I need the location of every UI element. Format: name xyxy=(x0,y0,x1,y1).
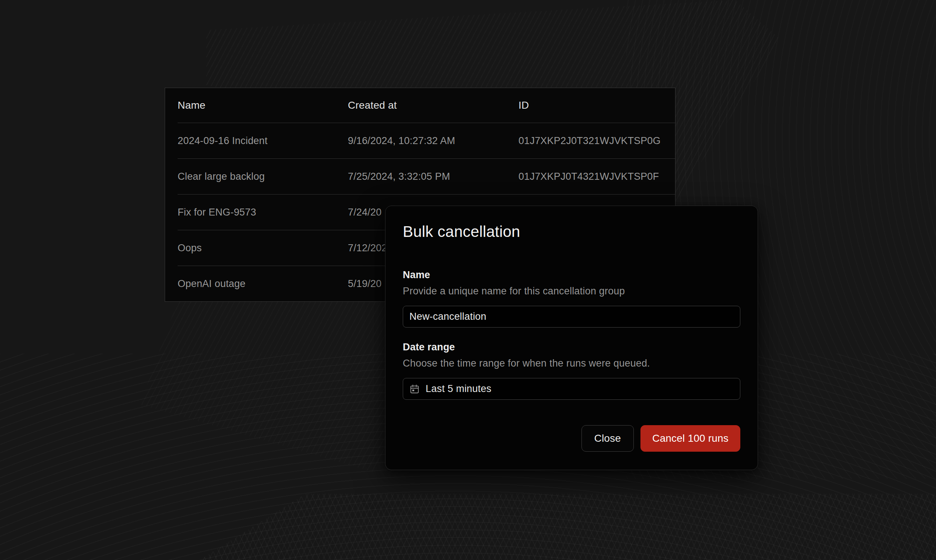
name-input[interactable] xyxy=(403,306,740,328)
column-header-name: Name xyxy=(178,100,348,111)
cell-created-at: 9/16/2024, 10:27:32 AM xyxy=(348,135,519,147)
cell-name: Oops xyxy=(178,242,348,254)
table-row[interactable]: 2024-09-16 Incident 9/16/2024, 10:27:32 … xyxy=(178,123,675,158)
date-range-field-label: Date range xyxy=(403,341,740,353)
date-range-picker[interactable]: Last 5 minutes xyxy=(403,378,740,400)
name-field-description: Provide a unique name for this cancellat… xyxy=(403,285,740,297)
column-header-created-at: Created at xyxy=(348,100,519,111)
bg-crosshatch-pattern xyxy=(177,494,936,560)
modal-title: Bulk cancellation xyxy=(403,222,740,241)
cell-created-at: 7/25/2024, 3:32:05 PM xyxy=(348,171,519,182)
date-range-value: Last 5 minutes xyxy=(426,383,491,395)
page-background: Name Created at ID 2024-09-16 Incident 9… xyxy=(0,0,936,560)
name-field-label: Name xyxy=(403,269,740,281)
cell-name: 2024-09-16 Incident xyxy=(178,135,348,147)
date-range-field-description: Choose the time range for when the runs … xyxy=(403,357,740,369)
table-row[interactable]: Clear large backlog 7/25/2024, 3:32:05 P… xyxy=(178,158,675,194)
cell-name: OpenAI outage xyxy=(178,278,348,289)
modal-actions: Close Cancel 100 runs xyxy=(403,425,740,452)
cancel-runs-button[interactable]: Cancel 100 runs xyxy=(640,425,740,452)
calendar-icon xyxy=(410,384,420,394)
cell-id: 01J7XKP2J0T321WJVKTSP0G xyxy=(519,135,675,147)
bulk-cancellation-modal: Bulk cancellation Name Provide a unique … xyxy=(385,206,758,470)
column-header-id: ID xyxy=(519,100,675,111)
close-button[interactable]: Close xyxy=(582,425,634,452)
cell-name: Clear large backlog xyxy=(178,171,348,182)
cell-name: Fix for ENG-9573 xyxy=(178,207,348,218)
cell-id: 01J7XKPJ0T4321WJVKTSP0F xyxy=(519,171,675,182)
table-header-row: Name Created at ID xyxy=(178,88,675,123)
